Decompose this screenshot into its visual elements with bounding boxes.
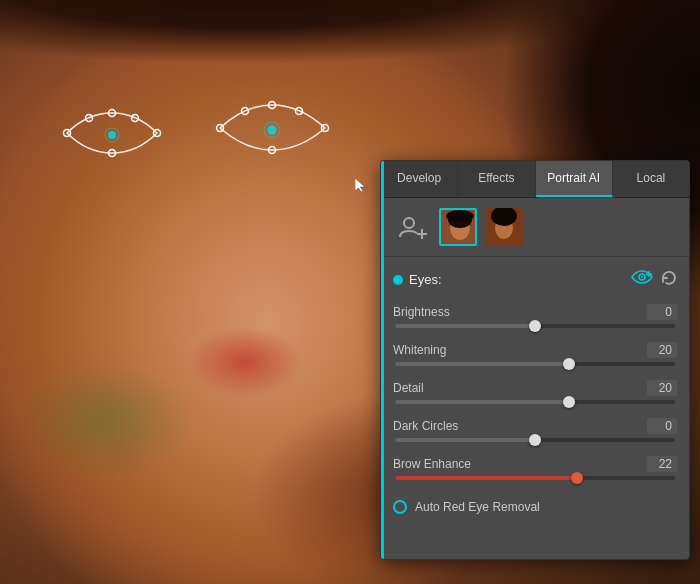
svg-point-22: [446, 210, 474, 222]
brow-enhance-label: Brow Enhance: [393, 457, 471, 471]
auto-red-eye-toggle[interactable]: [393, 500, 407, 514]
svg-point-16: [404, 218, 414, 228]
portrait-selection-row: [381, 198, 689, 257]
brightness-thumb[interactable]: [529, 320, 541, 332]
eyes-label-text: Eyes:: [409, 272, 442, 287]
brightness-slider-row: Brightness 0: [393, 304, 677, 328]
detail-fill: [395, 400, 569, 404]
tab-local[interactable]: Local: [613, 161, 689, 197]
tab-bar: Develop Effects Portrait AI Local: [381, 161, 689, 198]
dark-circles-track[interactable]: [395, 438, 675, 442]
eyes-label: Eyes:: [393, 272, 442, 287]
portrait-image-2: [485, 208, 523, 246]
detail-slider-row: Detail 20: [393, 380, 677, 404]
detail-thumb[interactable]: [563, 396, 575, 408]
whitening-thumb[interactable]: [563, 358, 575, 370]
portrait-thumb-1[interactable]: [439, 208, 477, 246]
auto-red-eye-label: Auto Red Eye Removal: [415, 500, 540, 514]
brightness-value: 0: [647, 304, 677, 320]
eyes-actions: [631, 269, 677, 290]
brightness-label-row: Brightness 0: [393, 304, 677, 320]
dark-circles-fill: [395, 438, 535, 442]
whitening-fill: [395, 362, 569, 366]
tab-effects[interactable]: Effects: [458, 161, 535, 197]
eyes-enabled-dot[interactable]: [393, 275, 403, 285]
add-person-button[interactable]: [393, 208, 431, 246]
portrait-ai-panel: Develop Effects Portrait AI Local: [380, 160, 690, 560]
brightness-fill: [395, 324, 535, 328]
dark-circles-slider-row: Dark Circles 0: [393, 418, 677, 442]
tab-portrait-ai[interactable]: Portrait AI: [536, 161, 613, 197]
tab-develop[interactable]: Develop: [381, 161, 458, 197]
panel-content: Eyes:: [381, 257, 689, 555]
eye-left-selection: [62, 108, 162, 158]
svg-point-14: [268, 126, 277, 135]
brow-enhance-thumb[interactable]: [571, 472, 583, 484]
svg-point-27: [641, 276, 643, 278]
detail-label-row: Detail 20: [393, 380, 677, 396]
eyes-section-header: Eyes:: [393, 265, 677, 294]
add-eye-button[interactable]: [631, 269, 653, 290]
brow-enhance-fill: [395, 476, 577, 480]
whitening-value: 20: [647, 342, 677, 358]
auto-red-eye-row: Auto Red Eye Removal: [393, 494, 677, 520]
dark-circles-value: 0: [647, 418, 677, 434]
reset-eyes-button[interactable]: [661, 270, 677, 290]
brow-enhance-slider-row: Brow Enhance 22: [393, 456, 677, 480]
brow-enhance-value: 22: [647, 456, 677, 472]
brightness-label: Brightness: [393, 305, 450, 319]
whitening-label: Whitening: [393, 343, 446, 357]
brow-enhance-track[interactable]: [395, 476, 675, 480]
svg-point-6: [108, 131, 116, 139]
whitening-slider-row: Whitening 20: [393, 342, 677, 366]
brightness-track[interactable]: [395, 324, 675, 328]
eye-right-selection: [215, 100, 330, 155]
detail-track[interactable]: [395, 400, 675, 404]
detail-value: 20: [647, 380, 677, 396]
brow-enhance-label-row: Brow Enhance 22: [393, 456, 677, 472]
whitening-track[interactable]: [395, 362, 675, 366]
dark-circles-thumb[interactable]: [529, 434, 541, 446]
portrait-thumb-2[interactable]: [485, 208, 523, 246]
portrait-image-1: [441, 210, 475, 244]
detail-label: Detail: [393, 381, 424, 395]
dark-circles-label-row: Dark Circles 0: [393, 418, 677, 434]
dark-circles-label: Dark Circles: [393, 419, 458, 433]
whitening-label-row: Whitening 20: [393, 342, 677, 358]
